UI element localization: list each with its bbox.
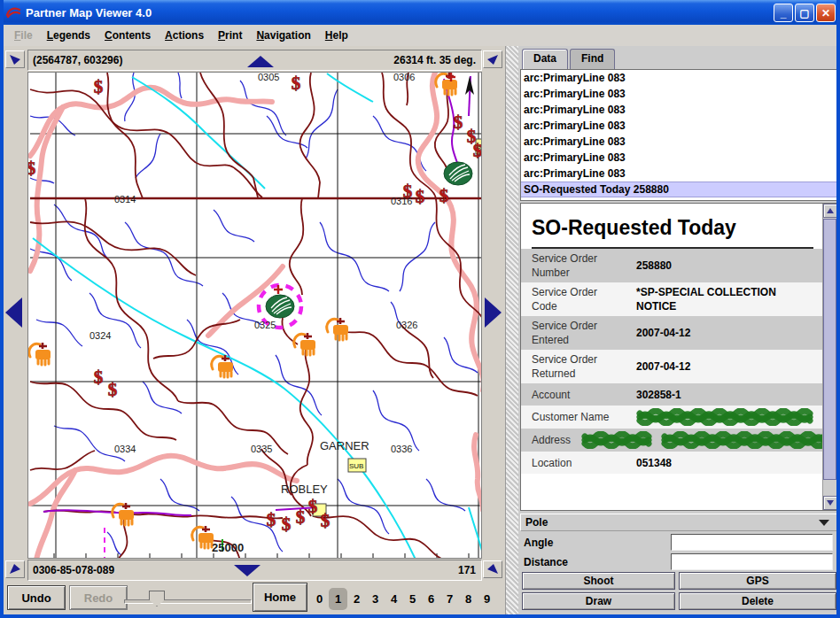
map-text-label: 0336 bbox=[391, 444, 412, 454]
transformer-icon[interactable]: $ bbox=[296, 506, 306, 528]
shoot-button[interactable]: Shoot bbox=[522, 572, 675, 590]
zoom-level-1[interactable]: 1 bbox=[329, 588, 347, 610]
tab-data[interactable]: Data bbox=[522, 49, 568, 69]
home-button[interactable]: Home bbox=[253, 583, 307, 612]
transformer-icon[interactable]: $ bbox=[473, 140, 482, 161]
split-pane-divider[interactable] bbox=[505, 46, 518, 614]
list-item[interactable]: arc:PrimaryLine 083 bbox=[521, 166, 836, 182]
list-item[interactable]: SO-Requested Today 258880 bbox=[521, 182, 836, 197]
transformer-icon[interactable]: $ bbox=[416, 186, 425, 207]
transformer-icon[interactable]: $ bbox=[282, 514, 292, 535]
minimize-button[interactable]: _ bbox=[774, 4, 793, 22]
delete-button[interactable]: Delete bbox=[679, 592, 836, 610]
menu-navigation[interactable]: Navigation bbox=[249, 27, 317, 44]
zoom-level-6[interactable]: 6 bbox=[422, 588, 440, 610]
menu-actions[interactable]: Actions bbox=[158, 27, 211, 44]
pole-section-header[interactable]: Pole bbox=[520, 514, 837, 531]
pan-up-button[interactable] bbox=[247, 56, 274, 67]
zoom-level-9[interactable]: 9 bbox=[478, 588, 496, 610]
redacted-value bbox=[661, 431, 836, 449]
service-order-marker-icon[interactable] bbox=[266, 295, 294, 318]
detail-row: Service Order Returned2007-04-12 bbox=[521, 350, 822, 383]
transformer-icon[interactable]: $ bbox=[439, 185, 449, 206]
pan-right-button[interactable] bbox=[485, 297, 502, 328]
scroll-down-button[interactable] bbox=[823, 496, 837, 510]
draw-button[interactable]: Draw bbox=[522, 592, 675, 610]
map-canvas[interactable]: SUBSU$$$$$$$$$$$$$$$$ 030503060314031603… bbox=[27, 72, 482, 559]
scrollbar-thumb[interactable] bbox=[823, 219, 836, 480]
power-lines bbox=[30, 73, 482, 559]
transformer-icon[interactable]: $ bbox=[28, 158, 35, 179]
pan-bottomright-button[interactable] bbox=[483, 560, 502, 578]
service-location-icon[interactable] bbox=[29, 343, 51, 365]
transformer-icon[interactable]: $ bbox=[308, 496, 318, 517]
map-toolbar: Undo Redo Home 0123456789 bbox=[4, 583, 505, 614]
detail-scrollbar[interactable] bbox=[822, 204, 836, 510]
menu-contents[interactable]: Contents bbox=[97, 27, 158, 44]
angle-field-row: Angle bbox=[520, 533, 837, 552]
close-button[interactable]: ✕ bbox=[816, 4, 836, 22]
menu-legends[interactable]: Legends bbox=[40, 27, 97, 44]
detail-row-value: 2007-04-12 bbox=[626, 323, 822, 343]
service-order-marker-icon[interactable] bbox=[444, 162, 472, 185]
map-labels: 0305030603140316032403250326033403350336… bbox=[89, 73, 417, 554]
zoom-level-2[interactable]: 2 bbox=[347, 588, 366, 610]
zoom-level-7[interactable]: 7 bbox=[440, 588, 459, 610]
pan-topright-button[interactable] bbox=[483, 50, 502, 68]
map-text-label: 25000 bbox=[212, 541, 244, 554]
menu-help[interactable]: Help bbox=[318, 27, 355, 44]
zoom-level-0[interactable]: 0 bbox=[310, 588, 329, 610]
feature-list: arc:PrimaryLine 083arc:PrimaryLine 083ar… bbox=[520, 69, 837, 201]
pink-roads bbox=[30, 73, 482, 559]
transformer-icon[interactable]: $ bbox=[321, 510, 331, 531]
list-item[interactable]: arc:PrimaryLine 083 bbox=[521, 86, 836, 102]
pan-down-button[interactable] bbox=[234, 565, 261, 576]
detail-title: SO-Requested Today bbox=[521, 204, 822, 247]
map-text-label: 0334 bbox=[114, 444, 136, 454]
transformer-icon[interactable]: $ bbox=[454, 112, 463, 133]
tab-find[interactable]: Find bbox=[570, 49, 615, 69]
list-item[interactable]: arc:PrimaryLine 083 bbox=[521, 118, 836, 134]
angle-input[interactable] bbox=[671, 534, 833, 551]
zoom-level-5[interactable]: 5 bbox=[403, 588, 422, 610]
redo-button[interactable]: Redo bbox=[69, 585, 128, 610]
transformer-icon[interactable]: $ bbox=[94, 76, 104, 97]
detail-row-value: 051348 bbox=[626, 453, 822, 473]
slider-track[interactable] bbox=[124, 599, 252, 604]
detail-pane: SO-Requested Today Service Order Number2… bbox=[520, 203, 837, 511]
titlebar[interactable]: Partner Map Viewer 4.0 _ ▢ ✕ bbox=[0, 0, 840, 25]
tab-bar: DataFind bbox=[522, 49, 615, 69]
pan-left-button[interactable] bbox=[5, 297, 22, 328]
undo-button[interactable]: Undo bbox=[7, 585, 66, 610]
transformer-icon[interactable]: $ bbox=[292, 73, 301, 94]
map-text-label: 0335 bbox=[251, 444, 272, 454]
transformer-icon[interactable]: $ bbox=[108, 379, 118, 400]
zoom-slider[interactable] bbox=[122, 588, 253, 609]
service-location-icon[interactable] bbox=[192, 526, 214, 548]
pole-section-label: Pole bbox=[521, 516, 548, 529]
list-item[interactable]: arc:PrimaryLine 083 bbox=[521, 134, 836, 150]
zoom-level-3[interactable]: 3 bbox=[366, 588, 385, 610]
list-item[interactable]: arc:PrimaryLine 083 bbox=[521, 70, 836, 86]
maximize-button[interactable]: ▢ bbox=[795, 4, 814, 22]
distance-input[interactable] bbox=[671, 553, 833, 570]
detail-row: Service Order Entered2007-04-12 bbox=[521, 316, 822, 350]
list-item[interactable]: arc:PrimaryLine 083 bbox=[521, 150, 836, 166]
scroll-up-button[interactable] bbox=[823, 204, 837, 218]
pan-topleft-button[interactable] bbox=[5, 50, 25, 68]
zoom-level-8[interactable]: 8 bbox=[459, 588, 478, 610]
zoom-level-4[interactable]: 4 bbox=[385, 588, 403, 610]
app-window: Partner Map Viewer 4.0 _ ▢ ✕ FileLegends… bbox=[0, 0, 840, 618]
map-sheet-readout: 0306-85-078-089 bbox=[28, 564, 114, 576]
chevron-down-icon bbox=[819, 520, 829, 526]
map-drawing: SUBSU$$$$$$$$$$$$$$$$ 030503060314031603… bbox=[28, 73, 482, 559]
detail-row: Service Order Code*SP-SPECIAL COLLECTION… bbox=[521, 282, 822, 316]
transformer-icon[interactable]: $ bbox=[267, 509, 276, 530]
transformer-icon[interactable]: $ bbox=[94, 367, 104, 388]
slider-thumb[interactable] bbox=[149, 591, 165, 606]
distance-field-row: Distance bbox=[520, 552, 837, 571]
pan-bottomleft-button[interactable] bbox=[5, 560, 25, 578]
menu-print[interactable]: Print bbox=[211, 27, 249, 44]
list-item[interactable]: arc:PrimaryLine 083 bbox=[521, 102, 836, 118]
gps-button[interactable]: GPS bbox=[679, 572, 836, 590]
